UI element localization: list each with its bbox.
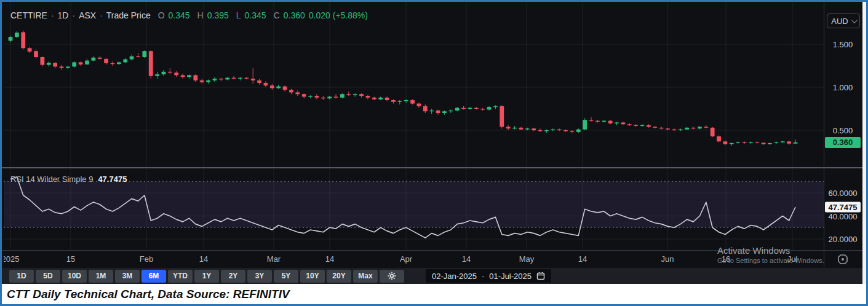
candle[interactable] xyxy=(130,55,134,61)
candle[interactable] xyxy=(372,96,376,100)
candle[interactable] xyxy=(187,74,191,79)
range-button-max[interactable]: Max xyxy=(353,270,378,283)
candle[interactable] xyxy=(91,57,95,61)
candle[interactable] xyxy=(79,61,83,66)
candle[interactable] xyxy=(315,94,319,99)
candle[interactable] xyxy=(359,93,364,98)
candle[interactable] xyxy=(768,143,772,145)
candle[interactable] xyxy=(474,107,479,109)
candle[interactable] xyxy=(500,105,504,128)
time-axis[interactable]: 202515Feb14Mar14Apr14May14Jun16Jul xyxy=(4,251,824,267)
candle[interactable] xyxy=(142,50,146,58)
candle[interactable] xyxy=(659,127,664,129)
candle[interactable] xyxy=(455,107,460,111)
candle[interactable] xyxy=(717,135,721,142)
candle[interactable] xyxy=(366,95,370,100)
candle[interactable] xyxy=(704,125,708,129)
candle[interactable] xyxy=(40,57,44,67)
range-button-ytd[interactable]: YTD xyxy=(168,270,193,283)
candle[interactable] xyxy=(730,143,734,146)
candle[interactable] xyxy=(104,58,108,65)
rsi-indicator-title[interactable]: RSI 14 Wilder Simple 947.7475 xyxy=(10,175,127,184)
candle[interactable] xyxy=(589,117,594,122)
candle[interactable] xyxy=(85,59,89,65)
candle[interactable] xyxy=(736,141,740,144)
candle[interactable] xyxy=(302,93,306,98)
candle[interactable] xyxy=(244,77,249,79)
candle[interactable] xyxy=(353,93,357,97)
candle[interactable] xyxy=(53,62,57,68)
candle[interactable] xyxy=(762,143,766,145)
range-button-1y[interactable]: 1Y xyxy=(194,270,219,283)
range-button-5d[interactable]: 5D xyxy=(36,270,60,283)
candle[interactable] xyxy=(429,109,434,114)
candle[interactable] xyxy=(544,130,549,133)
candle[interactable] xyxy=(47,61,51,66)
candle[interactable] xyxy=(647,124,651,128)
candle[interactable] xyxy=(640,124,645,127)
candle[interactable] xyxy=(34,49,38,58)
price-axis[interactable]: AUD 0.360 1.5001.0000.500 xyxy=(824,2,862,168)
range-button-10y[interactable]: 10Y xyxy=(300,270,325,283)
candle[interactable] xyxy=(743,141,747,144)
candle[interactable] xyxy=(181,74,185,79)
candle[interactable] xyxy=(72,61,76,68)
candle[interactable] xyxy=(666,128,670,130)
candle[interactable] xyxy=(391,100,396,104)
candle[interactable] xyxy=(404,100,408,103)
candle[interactable] xyxy=(136,53,140,58)
candle[interactable] xyxy=(602,120,606,122)
candle[interactable] xyxy=(206,79,210,84)
candle[interactable] xyxy=(257,79,261,85)
candle[interactable] xyxy=(251,68,255,84)
candle[interactable] xyxy=(723,141,727,145)
candle[interactable] xyxy=(410,100,415,104)
date-to[interactable]: 01-Jul-2025 xyxy=(489,272,532,281)
candle[interactable] xyxy=(232,76,236,80)
range-button-3y[interactable]: 3Y xyxy=(247,270,272,283)
range-button-1d[interactable]: 1D xyxy=(9,270,34,283)
candle[interactable] xyxy=(493,105,498,109)
range-button-5y[interactable]: 5Y xyxy=(274,270,298,283)
candle[interactable] xyxy=(691,127,696,129)
candle[interactable] xyxy=(794,139,798,144)
candle[interactable] xyxy=(289,89,293,94)
candle[interactable] xyxy=(321,96,325,100)
currency-selector[interactable]: AUD xyxy=(827,14,860,28)
candle[interactable] xyxy=(385,96,389,101)
price-pane[interactable] xyxy=(4,2,824,168)
candle[interactable] xyxy=(679,128,683,131)
candle[interactable] xyxy=(340,93,344,98)
candle[interactable] xyxy=(117,61,121,65)
candle[interactable] xyxy=(774,141,778,144)
candle[interactable] xyxy=(627,124,632,126)
candle[interactable] xyxy=(123,58,127,63)
candle[interactable] xyxy=(98,57,102,60)
candle[interactable] xyxy=(442,111,447,115)
candle[interactable] xyxy=(487,106,492,111)
candle[interactable] xyxy=(512,126,517,130)
candle[interactable] xyxy=(225,77,229,80)
candle[interactable] xyxy=(672,128,676,131)
candle[interactable] xyxy=(276,85,281,89)
rsi-axis[interactable]: 47.7475 60.000040.000020.0000 xyxy=(824,169,862,250)
candle[interactable] xyxy=(174,71,178,77)
candle[interactable] xyxy=(621,122,626,125)
candle[interactable] xyxy=(755,141,759,144)
candle[interactable] xyxy=(576,128,581,133)
candle[interactable] xyxy=(378,96,383,100)
candle[interactable] xyxy=(538,128,543,132)
candle[interactable] xyxy=(238,77,242,80)
candle[interactable] xyxy=(334,94,338,98)
candle[interactable] xyxy=(468,107,472,109)
candle[interactable] xyxy=(397,100,402,104)
candle[interactable] xyxy=(15,31,19,38)
candle[interactable] xyxy=(308,95,313,99)
candle[interactable] xyxy=(21,31,25,50)
date-range-picker[interactable]: 02-Jan-2025 - 01-Jul-2025 xyxy=(426,269,551,283)
candle[interactable] xyxy=(634,124,638,127)
candle[interactable] xyxy=(532,128,536,131)
candle[interactable] xyxy=(711,127,715,137)
pane-divider[interactable] xyxy=(2,167,862,168)
candle[interactable] xyxy=(615,122,619,125)
